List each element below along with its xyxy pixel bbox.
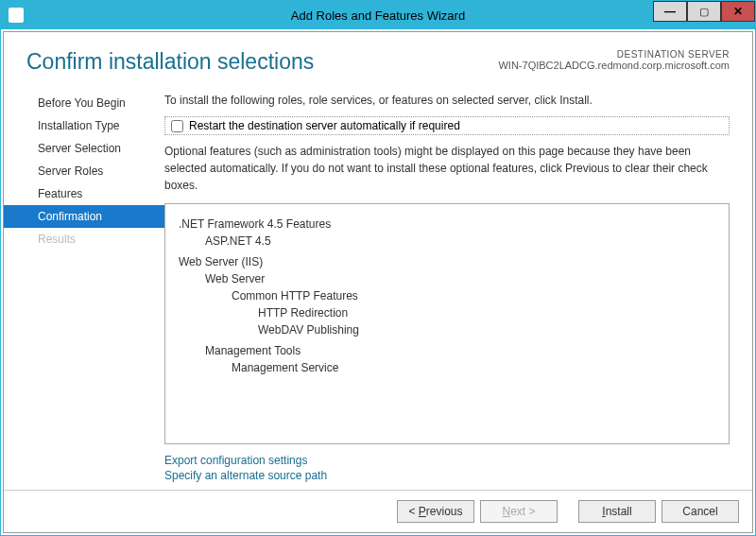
wizard-inner: Confirm installation selections DESTINAT… xyxy=(3,31,753,533)
feature-item: .NET Framework 4.5 Features xyxy=(179,217,715,231)
nav-item-results: Results xyxy=(4,228,164,251)
wizard-window: Add Roles and Features Wizard Confirm in… xyxy=(0,0,756,536)
feature-item: Common HTTP Features xyxy=(232,289,715,303)
feature-item: Web Server (IIS) xyxy=(179,255,715,268)
destination-label: DESTINATION SERVER xyxy=(498,49,730,60)
export-config-link[interactable]: Export configuration settings xyxy=(164,454,730,467)
page-title: Confirm installation selections xyxy=(26,49,314,75)
button-spacer xyxy=(563,500,573,523)
feature-item: Web Server xyxy=(205,272,715,285)
feature-item: ASP.NET 4.5 xyxy=(205,234,715,248)
next-button[interactable]: Next > xyxy=(480,500,558,523)
nav-item-features[interactable]: Features xyxy=(4,182,164,205)
wizard-footer: < Previous Next > Install Cancel xyxy=(4,490,752,532)
wizard-header: Confirm installation selections DESTINAT… xyxy=(4,32,752,84)
nav-item-server-selection[interactable]: Server Selection xyxy=(4,137,164,160)
alternate-source-link[interactable]: Specify an alternate source path xyxy=(164,469,730,482)
destination-info: DESTINATION SERVER WIN-7QIBC2LADCG.redmo… xyxy=(498,49,730,71)
nav-item-before-you-begin[interactable]: Before You Begin xyxy=(4,92,164,114)
install-button[interactable]: Install xyxy=(578,500,656,523)
feature-item: Management Service xyxy=(232,361,715,374)
feature-item: WebDAV Publishing xyxy=(258,323,715,337)
wizard-nav: Before You BeginInstallation TypeServer … xyxy=(4,84,164,490)
previous-button[interactable]: < Previous xyxy=(397,500,474,523)
links-section: Export configuration settings Specify an… xyxy=(164,444,730,490)
nav-item-server-roles[interactable]: Server Roles xyxy=(4,160,164,182)
nav-item-confirmation[interactable]: Confirmation xyxy=(4,205,164,228)
feature-item: HTTP Redirection xyxy=(258,306,715,320)
feature-item: Management Tools xyxy=(205,344,715,357)
optional-features-text: Optional features (such as administratio… xyxy=(164,143,730,194)
features-list: .NET Framework 4.5 FeaturesASP.NET 4.5We… xyxy=(164,203,730,444)
wizard-body: Before You BeginInstallation TypeServer … xyxy=(4,84,752,490)
instruction-text: To install the following roles, role ser… xyxy=(164,94,730,107)
restart-checkbox-row[interactable]: Restart the destination server automatic… xyxy=(164,116,730,135)
window-title: Add Roles and Features Wizard xyxy=(1,9,755,23)
destination-server: WIN-7QIBC2LADCG.redmond.corp.microsoft.c… xyxy=(498,60,730,71)
wizard-main: To install the following roles, role ser… xyxy=(164,84,752,490)
nav-item-installation-type[interactable]: Installation Type xyxy=(4,114,164,137)
restart-checkbox[interactable] xyxy=(171,120,183,132)
restart-checkbox-label: Restart the destination server automatic… xyxy=(189,119,460,132)
cancel-button[interactable]: Cancel xyxy=(662,500,739,523)
titlebar: Add Roles and Features Wizard xyxy=(1,1,755,29)
